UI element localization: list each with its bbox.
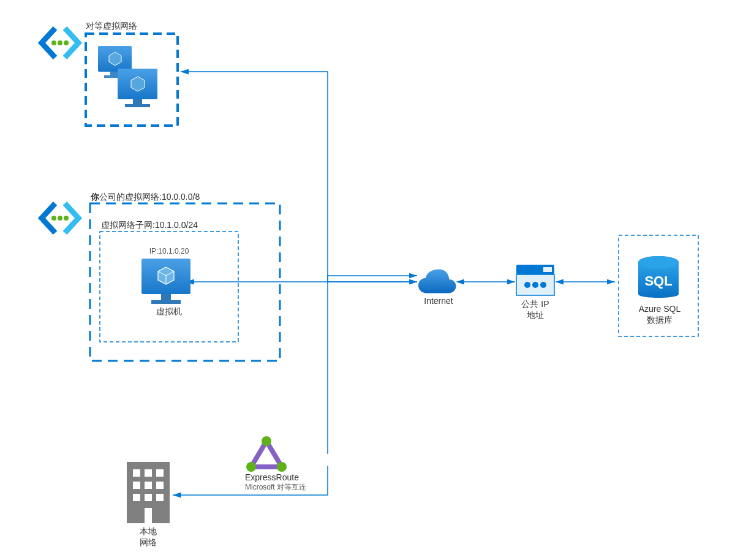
vm-label: 虚拟机 [145,306,194,317]
svg-rect-48 [145,482,152,489]
vm-ip-label: IP:10.1.0.20 [145,247,194,255]
svg-point-16 [58,216,62,221]
svg-point-15 [51,216,56,221]
svg-point-17 [64,216,69,221]
svg-point-30 [524,282,530,288]
public-ip-icon [516,265,554,295]
svg-point-42 [277,462,287,472]
svg-point-40 [262,436,271,446]
svg-rect-47 [133,482,140,489]
peered-vnet-group [42,28,178,126]
svg-rect-29 [543,267,552,272]
sql-label: Azure SQL数据库 [632,303,687,325]
svg-rect-12 [133,99,142,104]
svg-rect-13 [125,104,150,107]
svg-point-4 [58,40,62,45]
expressroute-icon [246,436,287,472]
svg-point-5 [64,40,69,45]
svg-rect-51 [145,494,152,501]
internet-icon [418,270,456,293]
public-ip-label: 公共 IP地址 [516,298,554,320]
svg-rect-46 [156,469,164,477]
subnet-title: 虚拟网络子网:10.1.0.0/24 [101,220,198,231]
internet-label: Internet [420,296,457,306]
vm-icon [141,259,190,304]
svg-rect-53 [145,508,152,523]
onprem-label: 本地网络 [127,526,170,548]
connector-er-to-internet [328,276,417,454]
svg-rect-44 [133,469,140,477]
company-vnet-title: 你公司的虚拟网络:10.0.0.0/8 [91,192,200,203]
svg-rect-50 [133,494,140,501]
onprem-icon [127,462,170,523]
expressroute-label: ExpressRoute Microsoft 对等互连 [245,472,306,493]
sql-icon: SQL [638,256,679,298]
svg-rect-21 [161,294,171,300]
vnet-icon [42,203,78,233]
svg-point-31 [532,282,538,288]
svg-text:SQL: SQL [644,273,672,289]
svg-point-3 [51,40,56,45]
svg-point-35 [638,256,679,268]
connector-peered [181,72,328,282]
peered-vnet-title: 对等虚拟网络 [86,21,137,32]
svg-rect-49 [156,482,164,489]
svg-rect-22 [151,300,181,304]
svg-rect-52 [156,494,164,501]
svg-point-32 [540,282,546,288]
svg-rect-45 [145,469,152,477]
svg-point-41 [246,462,256,472]
vnet-icon [42,28,78,58]
